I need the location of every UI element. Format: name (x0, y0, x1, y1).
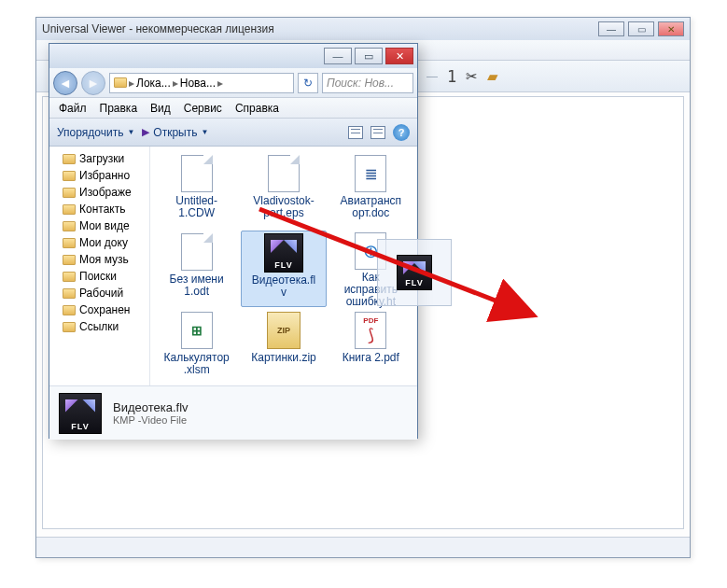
uv-window-controls: — ▭ ✕ (598, 21, 684, 36)
tree-item-label: Мои виде (79, 219, 130, 232)
tree-item-label: Рабочий (79, 287, 123, 300)
folder-icon (114, 77, 127, 88)
file-label: Калькулятор.xlsm (163, 352, 231, 376)
tree-item[interactable]: Контакть (49, 201, 149, 217)
crumb-segment[interactable]: Нова... (180, 77, 216, 90)
menu-tools[interactable]: Сервис (184, 102, 222, 115)
flv-icon: FLV (397, 255, 432, 290)
breadcrumb[interactable]: ▸ Лока... ▸ Нова... ▸ (109, 73, 294, 93)
document-icon (181, 233, 213, 271)
tree-item-label: Контакть (79, 203, 125, 216)
folder-icon (63, 188, 76, 198)
tools-icon[interactable]: ✂ (466, 68, 478, 85)
explorer-navbar: ◄ ► ▸ Лока... ▸ Нова... ▸ ↻ Поиск: Нов..… (49, 68, 417, 98)
details-filetype: KMP -Video File (113, 414, 189, 426)
tree-item[interactable]: Ссылки (49, 318, 149, 335)
file-label: Картинки.zip (251, 352, 316, 364)
chevron-right-icon: ▸ (217, 77, 223, 90)
folder-icon (63, 221, 76, 231)
folder-icon (63, 154, 76, 164)
file-item[interactable]: Untitled-1.CDW (154, 152, 239, 229)
folder-icon (63, 322, 76, 332)
file-label: Untitled-1.CDW (163, 195, 231, 219)
chevron-down-icon: ▼ (127, 128, 134, 136)
details-icon: FLV (59, 393, 102, 434)
chevron-right-icon: ▸ (129, 77, 134, 90)
tree-item[interactable]: Загрузки (49, 150, 149, 167)
chevron-down-icon: ▼ (201, 128, 208, 136)
file-item[interactable]: ≣Авиатранспорт.doc (329, 152, 413, 229)
file-label: Книга 2.pdf (343, 352, 399, 364)
tree-item-label: Сохранен (79, 303, 130, 316)
document-icon (181, 155, 213, 192)
file-label: Видеотека.flv (250, 274, 317, 299)
pdf-icon: PDF⟆ (355, 312, 386, 349)
file-item[interactable]: ZIPКартинки.zip (241, 309, 326, 385)
uv-statusbar (36, 537, 690, 557)
file-item[interactable]: PDF⟆Книга 2.pdf (329, 309, 413, 385)
file-item[interactable]: FLVВидеотека.flv (241, 231, 326, 307)
back-button[interactable]: ◄ (53, 71, 77, 95)
menu-file[interactable]: Файл (59, 102, 87, 115)
tree-item-label: Поиски (79, 270, 117, 283)
close-button[interactable]: ✕ (658, 21, 684, 36)
minimize-button[interactable]: — (598, 21, 624, 36)
preview-pane-icon[interactable] (370, 126, 385, 139)
file-label: Vladivostok-port.eps (250, 195, 317, 219)
play-icon: ▶ (142, 126, 149, 138)
explorer-toolbar: Упорядочить▼ ▶Открыть▼ ? (49, 119, 417, 147)
tree-item-label: Загрузки (79, 152, 124, 165)
maximize-button[interactable]: ▭ (628, 21, 654, 36)
help-icon[interactable]: ? (393, 124, 410, 141)
tree-item[interactable]: Моя музь (49, 251, 149, 268)
close-button[interactable]: ✕ (385, 48, 413, 64)
explorer-window: — ▭ ✕ ◄ ► ▸ Лока... ▸ Нова... ▸ ↻ Поиск:… (49, 43, 418, 439)
tree-item[interactable]: Мои виде (49, 217, 149, 234)
forward-button[interactable]: ► (81, 71, 105, 95)
details-filename: Видеотека.flv (113, 400, 189, 414)
word-icon: ≣ (355, 155, 386, 192)
drag-ghost: FLV (377, 239, 452, 306)
search-placeholder: Поиск: Нов... (327, 77, 394, 90)
explorer-titlebar[interactable]: — ▭ ✕ (49, 44, 417, 68)
open-button[interactable]: ▶Открыть▼ (142, 126, 208, 139)
uv-titlebar[interactable]: Universal Viewer - некоммерческая лиценз… (36, 18, 690, 40)
view-mode-icon[interactable] (348, 126, 363, 139)
menu-help[interactable]: Справка (235, 102, 279, 115)
tree-item-label: Изображе (79, 186, 132, 199)
tree-item-label: Мои доку (79, 236, 128, 249)
tree-item[interactable]: Рабочий (49, 285, 149, 301)
tree-item[interactable]: Поиски (49, 268, 149, 285)
folder-icon (63, 288, 76, 299)
folder-icon (63, 305, 76, 315)
tree-item[interactable]: Избранно (49, 167, 149, 184)
maximize-button[interactable]: ▭ (355, 48, 383, 64)
toolbar-separator: — (426, 70, 438, 83)
tree-item[interactable]: Изображе (49, 184, 149, 201)
excel-icon: ⊞ (181, 312, 213, 349)
search-input[interactable]: Поиск: Нов... (322, 73, 413, 93)
folder-icon (63, 238, 76, 248)
tree-item-label: Ссылки (79, 320, 119, 333)
tree-item[interactable]: Мои доку (49, 234, 149, 251)
folder-tree[interactable]: ЗагрузкиИзбранноИзображеКонтактьМои виде… (49, 147, 150, 385)
organize-button[interactable]: Упорядочить▼ (57, 126, 134, 139)
flv-icon: FLV (264, 233, 303, 273)
explorer-content: ЗагрузкиИзбранноИзображеКонтактьМои виде… (49, 147, 417, 385)
menu-view[interactable]: Вид (150, 102, 171, 115)
file-item[interactable]: Vladivostok-port.eps (241, 152, 326, 229)
folder-icon (63, 204, 76, 215)
crumb-segment[interactable]: Лока... (136, 77, 171, 90)
file-item[interactable]: ⊞Калькулятор.xlsm (154, 309, 239, 385)
file-item[interactable]: Без имени 1.odt (154, 231, 239, 307)
package-icon[interactable]: ▰ (487, 68, 498, 85)
toolbar-page-number: 1 (447, 67, 456, 86)
file-label: Авиатранспорт.doc (337, 195, 404, 219)
tree-item[interactable]: Сохранен (49, 301, 149, 318)
details-pane: FLV Видеотека.flv KMP -Video File (49, 385, 417, 440)
folder-icon (63, 171, 76, 181)
refresh-button[interactable]: ↻ (298, 73, 318, 93)
chevron-right-icon: ▸ (173, 77, 178, 90)
menu-edit[interactable]: Правка (100, 102, 138, 115)
minimize-button[interactable]: — (324, 48, 352, 64)
